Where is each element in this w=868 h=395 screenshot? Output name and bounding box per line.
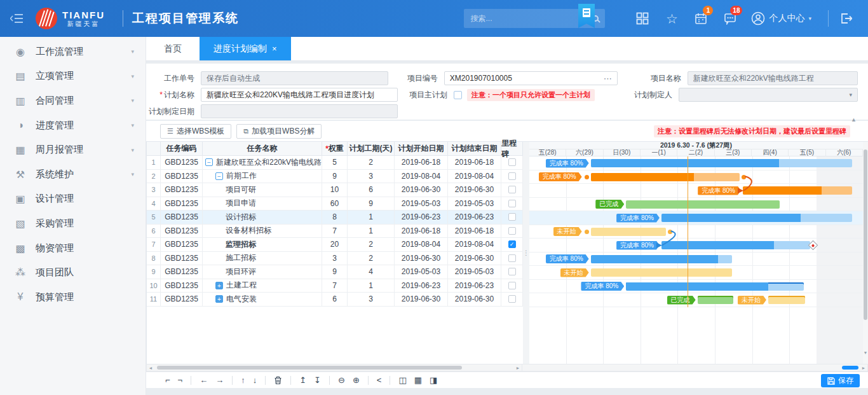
select-wbs-template-button[interactable]: ☰ 选择WBS模板 (160, 124, 231, 139)
milestone-checkbox[interactable] (508, 282, 516, 289)
tab-home[interactable]: 首页 (146, 37, 200, 60)
gantt-bar-项目可研[interactable] (743, 186, 852, 195)
splitter-handle[interactable]: ⋮ (523, 141, 529, 364)
plan-maker-select[interactable]: ▾ (679, 88, 858, 102)
gantt-row[interactable]: 已完成未开始 (529, 293, 863, 307)
load-project-wbs-button[interactable]: ⧉ 加载项目WBS分解 (236, 124, 322, 139)
table-row[interactable]: 1GBD1235−新建欣旺至众和220kV输电线路工程522019-06-182… (147, 156, 523, 170)
scrollbar-thumb[interactable] (842, 366, 858, 370)
work-order-field[interactable] (201, 71, 388, 85)
milestone-checkbox[interactable] (508, 227, 516, 235)
calendar-icon[interactable]: 1 (686, 0, 715, 37)
search-input[interactable] (470, 14, 592, 23)
table-row[interactable]: 2GBD1235−前期工作932019-08-042019-08-04 (147, 170, 523, 184)
scroll-down-icon[interactable]: ▼ (863, 350, 868, 355)
move-down-icon[interactable]: ↓ (253, 376, 257, 384)
milestone-checkbox[interactable] (508, 254, 516, 262)
table-row[interactable]: 7GBD1235监理招标2022019-08-042019-08-04✓ (147, 238, 523, 252)
plan-name-field[interactable] (201, 88, 398, 102)
gantt-row[interactable]: 完成率 80% (529, 156, 863, 170)
sidebar-item-进度管理[interactable]: ◑进度管理▾ (0, 113, 146, 138)
milestone-checkbox[interactable] (508, 158, 516, 166)
scrollbar-thumb[interactable] (864, 149, 867, 320)
milestone-checkbox[interactable]: ✓ (508, 240, 516, 248)
sidebar-item-合同管理[interactable]: ▥合同管理▾ (0, 88, 146, 113)
pane-double-icon[interactable]: ▦ (414, 376, 422, 384)
vertical-scrollbar[interactable]: ▼ (863, 141, 868, 364)
gantt-bar-项目申请[interactable] (626, 200, 780, 209)
gantt-row[interactable]: 完成率 80% (529, 280, 863, 294)
scrollbar-thumb[interactable] (157, 366, 462, 370)
sidebar-item-预算管理[interactable]: ¥预算管理 (0, 285, 146, 310)
gantt-row[interactable]: 完成率 80% (529, 253, 863, 267)
apps-grid-icon[interactable] (628, 0, 657, 37)
sidebar-item-工作流管理[interactable]: ◉工作流管理▾ (0, 39, 146, 64)
milestone-checkbox[interactable] (508, 213, 516, 221)
collapse-all-icon[interactable]: ↥ (299, 376, 306, 384)
table-row[interactable]: 4GBD1235项目申请6092019-05-032019-05-03 (147, 197, 523, 211)
close-tab-icon[interactable]: × (272, 44, 277, 53)
move-up-icon[interactable]: ↑ (241, 376, 245, 384)
table-row[interactable]: 3GBD1235项目可研1062019-06-302019-06-30 (147, 183, 523, 197)
project-lookup-icon[interactable]: ⋯ (604, 74, 613, 83)
gantt-row[interactable]: 未开始 (529, 225, 863, 239)
zoom-in-icon[interactable]: ⊕ (353, 376, 360, 384)
scroll-right-icon[interactable]: ► (514, 364, 522, 371)
sidebar-item-立项管理[interactable]: ▤立项管理▾ (0, 64, 146, 89)
user-menu[interactable]: 个人中心 ▾ (745, 11, 818, 25)
move-left-icon[interactable]: ← (200, 376, 208, 384)
sidebar-collapse-icon[interactable] (8, 9, 27, 28)
table-row[interactable]: 10GBD1235+土建工程712019-06-232019-06-23 (147, 279, 523, 293)
pane-single-icon[interactable]: ◫ (398, 376, 406, 384)
milestone-checkbox[interactable] (508, 200, 516, 207)
sidebar-item-系统维护[interactable]: ⚒系统维护▾ (0, 162, 146, 187)
milestone-checkbox[interactable] (508, 186, 516, 193)
milestone-checkbox[interactable] (508, 295, 516, 303)
dependency-icon[interactable]: < (377, 376, 382, 384)
messages-icon[interactable]: 18 (715, 0, 745, 37)
collapse-form-arrow-icon[interactable]: ▲ (851, 116, 857, 123)
move-right-icon[interactable]: → (215, 376, 224, 384)
gantt-bar-项目环评[interactable] (591, 268, 733, 277)
sidebar-item-采购管理[interactable]: ▧采购管理 (0, 211, 146, 236)
demote-level-icon[interactable]: ¬ (178, 376, 183, 384)
gantt-bar-新建欣旺至众和220kV输电线路工程[interactable] (591, 159, 853, 167)
plan-date-field[interactable] (201, 104, 398, 118)
save-button[interactable]: 保存 (821, 374, 860, 387)
collapse-node-icon[interactable]: − (215, 172, 223, 180)
tab-schedule-plan[interactable]: 进度计划编制 × (200, 37, 291, 60)
gantt-bar-监理招标[interactable] (661, 241, 810, 249)
sidebar-item-周月报管理[interactable]: ▦周月报管理▾ (0, 137, 146, 162)
pane-right-icon[interactable]: ◨ (430, 376, 437, 384)
scroll-right-icon[interactable]: ► (860, 364, 867, 371)
sidebar-item-物资管理[interactable]: ▩物资管理 (0, 236, 146, 261)
sidebar-item-设计管理[interactable]: ▣设计管理 (0, 187, 146, 212)
gantt-bar-施工招标[interactable] (591, 255, 733, 263)
table-row[interactable]: 8GBD1235施工招标322019-06-302019-06-30 (147, 252, 523, 266)
logout-icon[interactable] (835, 0, 857, 37)
project-no-field[interactable] (444, 71, 618, 85)
promote-level-icon[interactable]: ⌐ (165, 376, 170, 384)
milestone-checkbox[interactable] (508, 172, 516, 180)
table-row[interactable]: 11GBD1235+电气安装632019-06-302019-06-30 (147, 293, 523, 307)
gantt-bar-设计招标[interactable] (661, 214, 852, 222)
expand-all-icon[interactable]: ↧ (314, 376, 321, 384)
expand-node-icon[interactable]: + (215, 282, 223, 289)
gantt-horizontal-scrollbar[interactable]: ► (522, 364, 868, 371)
gantt-row[interactable]: 未开始 (529, 266, 863, 280)
gantt-row[interactable]: 完成率 80% (529, 239, 863, 253)
gantt-bar-前期工作[interactable] (591, 173, 740, 181)
favorites-star-icon[interactable]: ☆ (657, 0, 686, 37)
table-row[interactable]: 6GBD1235设备材料招标712019-06-182019-06-18 (147, 225, 523, 239)
collapse-node-icon[interactable]: − (205, 158, 213, 166)
zoom-out-icon[interactable]: ⊖ (338, 376, 345, 384)
delete-icon[interactable] (274, 376, 282, 385)
gantt-bar-土建工程[interactable] (626, 282, 803, 291)
project-name-field[interactable] (688, 71, 858, 85)
table-row[interactable]: 5GBD1235设计招标812019-06-232019-06-23 (147, 211, 523, 225)
table-horizontal-scrollbar[interactable]: ◄ ► (146, 364, 522, 371)
gantt-bar-设备材料招标[interactable] (591, 228, 666, 236)
scroll-left-icon[interactable]: ◄ (147, 364, 154, 371)
gantt-bar-电气安装[interactable] (698, 296, 734, 304)
expand-node-icon[interactable]: + (215, 295, 223, 303)
